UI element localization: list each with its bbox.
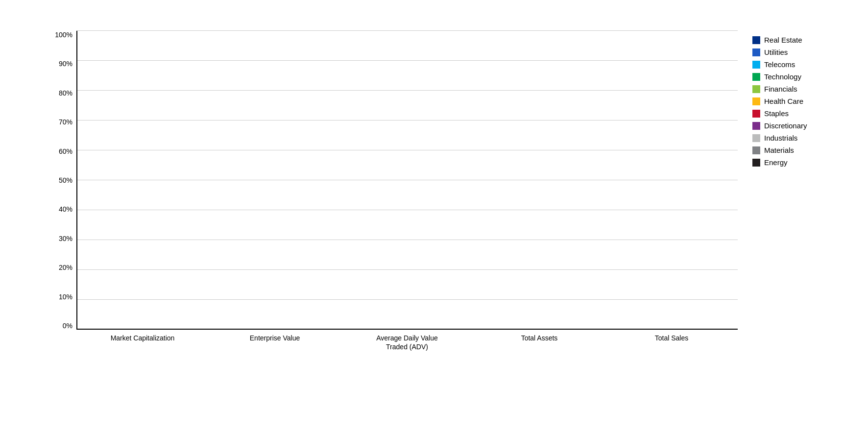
y-axis-label: 10% bbox=[59, 293, 72, 301]
legend-item: Health Care bbox=[752, 97, 836, 105]
legend-color-health-care bbox=[752, 97, 760, 105]
legend-item: Materials bbox=[752, 146, 836, 154]
legend-color-real-estate bbox=[752, 36, 760, 44]
x-axis-label: Enterprise Value bbox=[236, 334, 314, 342]
legend-color-financials bbox=[752, 85, 760, 93]
x-axis-label: Total Assets bbox=[500, 334, 579, 342]
legend-item: Discretionary bbox=[752, 121, 836, 130]
y-axis-label: 0% bbox=[63, 322, 72, 330]
legend-label: Telecoms bbox=[764, 60, 795, 69]
legend-color-staples bbox=[752, 110, 760, 118]
legend-item: Energy bbox=[752, 158, 836, 167]
legend-color-discretionary bbox=[752, 122, 760, 130]
x-axis-label: Market Capitalization bbox=[103, 334, 182, 342]
y-axis-label: 30% bbox=[59, 235, 72, 242]
legend-color-utilities bbox=[752, 48, 760, 56]
legend-label: Materials bbox=[764, 146, 794, 154]
chart-with-axes: 100%90%80%70%60%50%40%30%20%10%0% Market… bbox=[52, 31, 738, 359]
legend-color-technology bbox=[752, 73, 760, 81]
legend-item: Telecoms bbox=[752, 60, 836, 69]
x-axis-label: Average Daily Value Traded (ADV) bbox=[368, 334, 446, 351]
chart-area: 100%90%80%70%60%50%40%30%20%10%0% Market… bbox=[52, 31, 836, 359]
y-axis-label: 50% bbox=[59, 176, 72, 184]
legend-label: Staples bbox=[764, 109, 789, 118]
legend-label: Financials bbox=[764, 85, 797, 93]
legend-item: Financials bbox=[752, 85, 836, 93]
legend-item: Staples bbox=[752, 109, 836, 118]
legend: Real EstateUtilitiesTelecomsTechnologyFi… bbox=[738, 31, 836, 170]
y-axis-label: 40% bbox=[59, 205, 72, 213]
legend-label: Real Estate bbox=[764, 36, 802, 44]
legend-item: Utilities bbox=[752, 48, 836, 56]
chart-container: 100%90%80%70%60%50%40%30%20%10%0% Market… bbox=[13, 11, 855, 423]
x-axis-label: Total Sales bbox=[632, 334, 711, 342]
legend-label: Technology bbox=[764, 72, 801, 81]
bars-area bbox=[76, 31, 738, 330]
x-axis: Market CapitalizationEnterprise ValueAve… bbox=[76, 330, 738, 359]
legend-item: Technology bbox=[752, 72, 836, 81]
legend-color-industrials bbox=[752, 134, 760, 142]
legend-item: Industrials bbox=[752, 134, 836, 142]
legend-label: Health Care bbox=[764, 97, 803, 105]
y-axis-label: 20% bbox=[59, 264, 72, 271]
y-axis-label: 100% bbox=[55, 31, 72, 39]
legend-item: Real Estate bbox=[752, 36, 836, 44]
legend-label: Energy bbox=[764, 158, 788, 167]
legend-color-energy bbox=[752, 159, 760, 167]
y-axis-label: 60% bbox=[59, 147, 72, 155]
legend-label: Discretionary bbox=[764, 121, 807, 130]
y-axis: 100%90%80%70%60%50%40%30%20%10%0% bbox=[52, 31, 76, 330]
legend-label: Industrials bbox=[764, 134, 797, 142]
y-axis-label: 70% bbox=[59, 118, 72, 126]
bars-and-xaxis: Market CapitalizationEnterprise ValueAve… bbox=[76, 31, 738, 359]
legend-label: Utilities bbox=[764, 48, 788, 56]
y-axis-label: 90% bbox=[59, 60, 72, 68]
y-axis-label: 80% bbox=[59, 89, 72, 97]
legend-color-telecoms bbox=[752, 61, 760, 69]
legend-color-materials bbox=[752, 146, 760, 154]
